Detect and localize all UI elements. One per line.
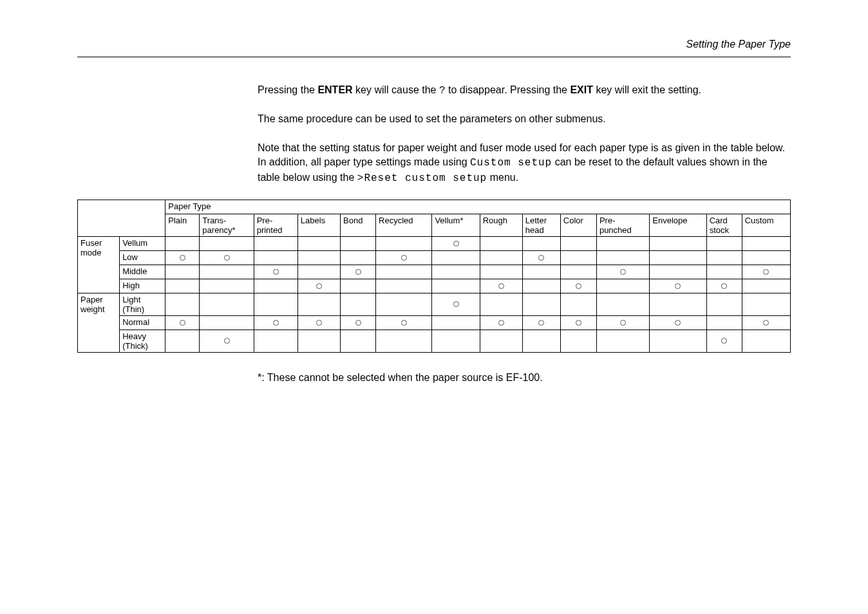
circle-mark-icon <box>180 255 185 261</box>
row-header: Light(Thin) <box>120 293 165 315</box>
cell <box>596 279 649 293</box>
cell <box>432 250 480 265</box>
page-header-title: Setting the Paper Type <box>77 39 791 50</box>
cell <box>650 250 706 265</box>
cell <box>432 293 480 315</box>
text: key will exit the setting. <box>593 84 701 95</box>
cell <box>254 250 297 265</box>
cell <box>200 265 254 279</box>
circle-mark-icon <box>316 320 322 326</box>
table-row: Heavy(Thick) <box>78 330 791 352</box>
text: (Thin) <box>122 304 144 314</box>
text: stock <box>710 225 729 235</box>
mono-text: >Reset custom setup <box>357 172 487 184</box>
cell <box>480 236 522 250</box>
cell <box>650 279 706 293</box>
text: Letter <box>525 216 547 225</box>
row-header: High <box>120 279 165 293</box>
col-header: Custom <box>742 214 790 236</box>
row-header: Heavy(Thick) <box>120 330 165 352</box>
text: Fuser <box>80 238 102 248</box>
col-header: Vellum* <box>432 214 480 236</box>
cell <box>742 330 790 352</box>
circle-mark-icon <box>224 255 230 261</box>
cell <box>522 265 560 279</box>
cell <box>165 279 200 293</box>
circle-mark-icon <box>498 283 504 289</box>
cell <box>297 236 340 250</box>
text: Card <box>710 216 728 225</box>
cell <box>341 279 376 293</box>
cell <box>596 315 649 330</box>
cell <box>432 315 480 330</box>
text: printed <box>257 225 283 235</box>
text: Heavy <box>122 331 146 341</box>
circle-mark-icon <box>355 269 361 275</box>
cell <box>254 236 297 250</box>
cell <box>376 279 432 293</box>
cell <box>297 293 340 315</box>
cell <box>254 265 297 279</box>
cell <box>522 315 560 330</box>
question-mark-glyph: ? <box>439 85 446 97</box>
cell <box>522 279 560 293</box>
circle-mark-icon <box>538 320 544 326</box>
circle-mark-icon <box>401 320 407 326</box>
cell <box>432 279 480 293</box>
circle-mark-icon <box>763 269 769 275</box>
col-header: Trans-parency* <box>200 214 254 236</box>
cell <box>254 279 297 293</box>
paper-type-table: Paper Type Plain Trans-parency* Pre-prin… <box>77 200 791 353</box>
cell <box>165 315 200 330</box>
cell <box>297 279 340 293</box>
circle-mark-icon <box>620 320 626 326</box>
cell <box>560 279 596 293</box>
cell <box>706 265 742 279</box>
col-header: Labels <box>297 214 340 236</box>
text: menu. <box>487 172 518 183</box>
cell <box>165 250 200 265</box>
col-header: Rough <box>480 214 522 236</box>
table-row: High <box>78 279 791 293</box>
cell <box>650 236 706 250</box>
row-group-header: Paperweight <box>78 293 120 352</box>
cell <box>742 293 790 315</box>
cell <box>596 236 649 250</box>
text: head <box>525 225 544 235</box>
cell <box>341 265 376 279</box>
cell <box>480 265 522 279</box>
col-header: Color <box>560 214 596 236</box>
circle-mark-icon <box>721 283 727 289</box>
body-content: Pressing the ENTER key will cause the ? … <box>258 83 791 185</box>
cell <box>165 236 200 250</box>
cell <box>706 236 742 250</box>
cell <box>560 250 596 265</box>
circle-mark-icon <box>224 338 230 344</box>
cell <box>706 293 742 315</box>
cell <box>560 293 596 315</box>
row-header: Low <box>120 250 165 265</box>
cell <box>706 330 742 352</box>
cell <box>480 293 522 315</box>
col-header: Cardstock <box>706 214 742 236</box>
cell <box>650 315 706 330</box>
cell <box>297 265 340 279</box>
table-row: Normal <box>78 315 791 330</box>
cell <box>200 236 254 250</box>
text: parency* <box>202 225 235 235</box>
table-row: Fusermode Vellum <box>78 236 791 250</box>
row-header: Middle <box>120 265 165 279</box>
cell <box>376 236 432 250</box>
text: Light <box>122 295 140 304</box>
cell <box>706 279 742 293</box>
circle-mark-icon <box>576 283 581 289</box>
circle-mark-icon <box>576 320 581 326</box>
table-row: Paper Type <box>78 200 791 214</box>
circle-mark-icon <box>453 241 459 247</box>
cell <box>560 265 596 279</box>
paragraph-1: Pressing the ENTER key will cause the ? … <box>258 83 791 98</box>
text: Pressing the <box>258 84 317 95</box>
cell <box>254 315 297 330</box>
col-header: Pre-printed <box>254 214 297 236</box>
circle-mark-icon <box>721 338 727 344</box>
